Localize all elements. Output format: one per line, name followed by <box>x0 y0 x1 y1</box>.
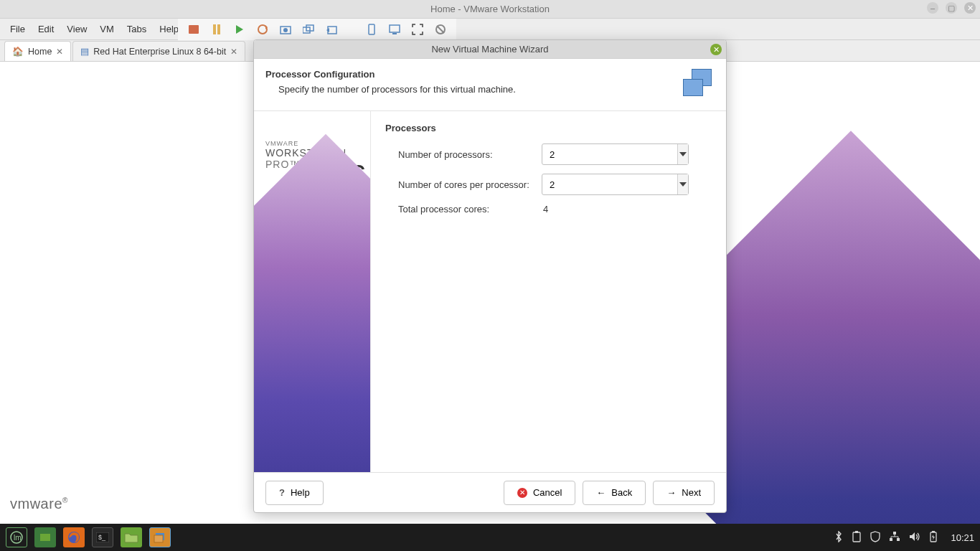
svg-marker-18 <box>679 182 687 187</box>
dialog-main: Processors Number of processors: Number … <box>371 111 726 472</box>
network-icon[interactable] <box>889 532 900 544</box>
wizard-step-subtitle: Specify the number of processors for thi… <box>265 84 516 95</box>
unity-icon[interactable] <box>433 23 448 36</box>
svg-rect-14 <box>392 33 397 34</box>
volume-icon[interactable] <box>909 532 920 544</box>
svg-marker-17 <box>679 152 687 156</box>
close-icon[interactable]: ✕ <box>56 47 63 57</box>
arrow-right-icon: → <box>666 487 676 498</box>
svg-text:lm: lm <box>14 534 22 542</box>
vm-icon: ▤ <box>80 46 89 57</box>
num-processors-combobox[interactable] <box>542 143 689 165</box>
window-title: Home - VMware Workstation <box>430 4 550 14</box>
arrow-left-icon: ← <box>596 487 606 498</box>
minimize-button[interactable]: – <box>927 2 938 14</box>
terminal-launcher[interactable]: $_ <box>92 527 113 547</box>
home-icon: 🏠 <box>12 46 24 57</box>
total-cores-row: Total processor cores: 4 <box>385 204 712 215</box>
menu-vm[interactable]: VM <box>94 21 120 37</box>
help-button[interactable]: ? Help <box>265 481 324 505</box>
cores-per-processor-input[interactable] <box>542 174 677 194</box>
dialog-footer: ? Help ✕ Cancel ← Back → Next <box>254 472 726 512</box>
clock[interactable]: 10:21 <box>951 532 974 543</box>
cores-per-processor-row: Number of cores per processor: <box>385 174 712 195</box>
device-icon[interactable] <box>364 23 379 36</box>
files-launcher[interactable] <box>121 527 142 547</box>
clipboard-icon[interactable] <box>852 531 862 545</box>
svg-rect-2 <box>217 24 220 34</box>
total-cores-value: 4 <box>542 204 548 215</box>
cores-per-processor-label: Number of cores per processor: <box>398 179 542 190</box>
svg-rect-1 <box>213 24 216 34</box>
svg-marker-36 <box>932 534 935 540</box>
taskbar: lm $_ 10:21 <box>0 524 980 551</box>
shield-icon[interactable] <box>870 531 880 545</box>
chevron-down-icon[interactable] <box>677 174 688 194</box>
titlebar[interactable]: Home - VMware Workstation – ▢ ✕ <box>0 0 980 19</box>
dialog-sidebar: VMWARE WORKSTATION PRO™ 16 <box>254 111 371 472</box>
svg-rect-35 <box>932 531 935 532</box>
menu-view[interactable]: View <box>61 21 93 37</box>
revert-icon[interactable] <box>324 23 339 36</box>
battery-icon[interactable] <box>929 531 938 545</box>
power-off-icon[interactable] <box>187 23 201 36</box>
sidebar-decoration <box>254 134 371 472</box>
num-processors-input[interactable] <box>542 144 677 164</box>
menu-tabs[interactable]: Tabs <box>121 21 152 37</box>
menu-file[interactable]: File <box>4 21 31 37</box>
svg-rect-12 <box>369 24 374 34</box>
chevron-down-icon[interactable] <box>677 144 688 164</box>
vmware-taskbar-button[interactable] <box>149 527 171 547</box>
wizard-step-title: Processor Configuration <box>265 69 516 80</box>
maximize-button[interactable]: ▢ <box>946 2 957 14</box>
tab-label: Home <box>28 47 52 57</box>
close-button[interactable]: ✕ <box>964 2 976 14</box>
menubar: File Edit View VM Tabs Help <box>0 19 980 40</box>
svg-rect-22 <box>40 534 50 541</box>
svg-line-16 <box>437 26 444 33</box>
svg-marker-33 <box>910 532 915 541</box>
svg-marker-3 <box>236 25 243 34</box>
fullscreen-icon[interactable] <box>410 23 425 36</box>
dialog-body: VMWARE WORKSTATION PRO™ 16 Processors Nu… <box>254 111 726 472</box>
next-button[interactable]: → Next <box>653 481 715 505</box>
tab-label: Red Hat Enterprise Linux 8 64-bit <box>93 47 226 57</box>
cancel-icon: ✕ <box>517 488 527 498</box>
cores-per-processor-combobox[interactable] <box>542 174 689 195</box>
back-button[interactable]: ← Back <box>583 481 646 505</box>
svg-rect-30 <box>893 532 896 534</box>
tab-home[interactable]: 🏠 Home ✕ <box>4 41 71 61</box>
total-cores-label: Total processor cores: <box>398 204 542 215</box>
taskbar-launchers: lm $_ <box>6 527 171 547</box>
monitor-icon[interactable] <box>387 23 402 36</box>
vmware-brand: vmware® <box>10 496 68 512</box>
dialog-titlebar[interactable]: New Virtual Machine Wizard ✕ <box>254 40 726 59</box>
dialog-close-button[interactable]: ✕ <box>710 44 722 55</box>
dialog-header: Processor Configuration Specify the numb… <box>254 59 726 111</box>
toolbar <box>178 19 456 40</box>
svg-rect-28 <box>853 532 860 542</box>
snapshot-manager-icon[interactable] <box>301 23 316 36</box>
processor-icon <box>683 69 715 100</box>
num-processors-row: Number of processors: <box>385 143 712 165</box>
svg-rect-27 <box>154 535 163 542</box>
question-icon: ? <box>279 487 285 498</box>
new-vm-wizard-dialog: New Virtual Machine Wizard ✕ Processor C… <box>253 39 727 513</box>
cancel-button[interactable]: ✕ Cancel <box>504 481 575 505</box>
svg-rect-31 <box>890 538 892 541</box>
close-icon[interactable]: ✕ <box>230 47 237 57</box>
system-tray: 10:21 <box>834 531 974 545</box>
pause-icon[interactable] <box>209 23 224 36</box>
menu-edit[interactable]: Edit <box>32 21 60 37</box>
show-desktop-button[interactable] <box>34 527 56 547</box>
start-menu-button[interactable]: lm <box>6 527 27 547</box>
svg-text:$_: $_ <box>98 534 106 541</box>
tab-rhel[interactable]: ▤ Red Hat Enterprise Linux 8 64-bit ✕ <box>72 41 245 61</box>
snapshot-icon[interactable] <box>278 23 293 36</box>
svg-rect-0 <box>189 25 199 34</box>
svg-rect-29 <box>855 531 858 533</box>
restart-icon[interactable] <box>255 23 270 36</box>
firefox-launcher[interactable] <box>63 527 85 547</box>
play-icon[interactable] <box>232 23 247 36</box>
bluetooth-icon[interactable] <box>834 531 843 545</box>
